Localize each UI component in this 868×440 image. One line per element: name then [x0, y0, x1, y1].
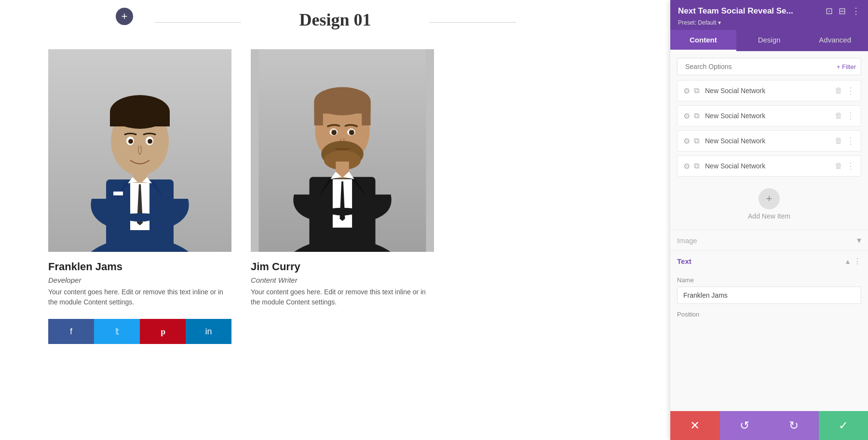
svg-rect-30: [314, 101, 323, 125]
tab-advanced[interactable]: Advanced: [802, 30, 868, 51]
card-1-info: Franklen Jams Developer Your content goe…: [48, 252, 231, 312]
svg-rect-8: [113, 192, 123, 195]
delete-icon-2[interactable]: 🗑: [835, 111, 842, 120]
list-item-actions-4: 🗑 ⋮: [835, 161, 855, 171]
card-1-role: Developer: [48, 276, 231, 284]
delete-icon-1[interactable]: 🗑: [835, 86, 842, 95]
more-icon[interactable]: ⋮: [852, 6, 860, 16]
delete-icon-3[interactable]: 🗑: [835, 137, 842, 145]
svg-point-15: [148, 139, 152, 144]
person-1-svg: [48, 49, 231, 252]
form-area: Name Position: [670, 272, 868, 326]
card-2-info: Jim Curry Content Writer Your content go…: [251, 252, 434, 312]
settings-icon-1[interactable]: ⚙: [683, 86, 690, 96]
svg-point-34: [331, 130, 337, 135]
more-icon-2[interactable]: ⋮: [846, 110, 855, 121]
settings-icon-4[interactable]: ⚙: [683, 162, 690, 171]
cancel-button[interactable]: ✕: [670, 411, 720, 440]
redo-button[interactable]: ↻: [769, 411, 819, 440]
list-item-label-2: New Social Network: [705, 112, 835, 120]
name-input[interactable]: [677, 287, 861, 304]
search-input[interactable]: [682, 58, 837, 75]
card-1-image: [48, 49, 231, 252]
right-panel: Next Team Social Reveal Se... ⊡ ⊟ ⋮ Pres…: [670, 0, 868, 440]
list-item-label-3: New Social Network: [705, 137, 835, 145]
list-item-icons-1: ⚙ ⧉: [683, 86, 699, 96]
linkedin-button[interactable]: in: [186, 319, 231, 344]
canvas-title: Design 01: [0, 0, 670, 44]
items-list: ⚙ ⧉ New Social Network 🗑 ⋮ ⚙ ⧉ New Socia…: [670, 80, 868, 177]
duplicate-icon-2[interactable]: ⧉: [694, 111, 699, 121]
pinterest-button[interactable]: 𝐩: [140, 319, 186, 344]
svg-point-14: [128, 139, 133, 144]
card-2-image: [251, 49, 434, 252]
tab-content[interactable]: Content: [670, 30, 736, 51]
list-item-label-1: New Social Network: [705, 87, 835, 95]
more-icon-4[interactable]: ⋮: [846, 161, 855, 171]
list-item-actions-2: 🗑 ⋮: [835, 110, 855, 121]
panel-preset[interactable]: Preset: Default ▾: [678, 19, 860, 30]
canvas-area: + Design 01: [0, 0, 670, 440]
panel-tabs: Content Design Advanced: [670, 30, 868, 51]
list-item: ⚙ ⧉ New Social Network 🗑 ⋮: [677, 130, 861, 151]
text-more-icon[interactable]: ⋮: [854, 257, 861, 266]
panel-title: Next Team Social Reveal Se...: [678, 6, 826, 16]
layout-icon[interactable]: ⊟: [839, 6, 846, 16]
text-section: Text ▴ ⋮ Name Position: [670, 250, 868, 326]
panel-body: + Filter ⚙ ⧉ New Social Network 🗑 ⋮ ⚙ ⧉: [670, 51, 868, 440]
card-2-name: Jim Curry: [251, 261, 434, 273]
panel-header: Next Team Social Reveal Se... ⊡ ⊟ ⋮ Pres…: [670, 0, 868, 30]
position-field-label: Position: [677, 311, 861, 318]
svg-rect-31: [362, 101, 370, 125]
filter-button[interactable]: + Filter: [837, 63, 856, 70]
add-circle-button[interactable]: +: [116, 8, 133, 25]
add-new-label: Add New Item: [748, 212, 790, 220]
twitter-button[interactable]: 𝕥: [94, 319, 140, 344]
team-cards: Franklen Jams Developer Your content goe…: [0, 49, 670, 344]
card-1-social-bar: f 𝕥 𝐩 in: [48, 319, 231, 344]
duplicate-icon-4[interactable]: ⧉: [694, 162, 699, 171]
svg-point-35: [349, 130, 354, 135]
action-bar: ✕ ↺ ↻ ✓: [670, 411, 868, 440]
confirm-button[interactable]: ✓: [819, 411, 868, 440]
duplicate-icon-1[interactable]: ⧉: [694, 86, 699, 96]
list-item-label-4: New Social Network: [705, 162, 835, 170]
image-section-header[interactable]: Image ▾: [670, 230, 868, 250]
facebook-button[interactable]: f: [48, 319, 94, 344]
list-item-icons-4: ⚙ ⧉: [683, 162, 699, 171]
fullscreen-icon[interactable]: ⊡: [826, 6, 833, 16]
text-section-header[interactable]: Text ▴ ⋮: [670, 251, 868, 272]
text-section-icons: ▴ ⋮: [846, 257, 861, 266]
more-icon-3[interactable]: ⋮: [846, 136, 855, 146]
list-item-actions-1: 🗑 ⋮: [835, 85, 855, 96]
add-new-item-button[interactable]: + Add New Item: [670, 180, 868, 230]
undo-button[interactable]: ↺: [720, 411, 770, 440]
list-item: ⚙ ⧉ New Social Network 🗑 ⋮: [677, 155, 861, 177]
settings-icon-2[interactable]: ⚙: [683, 111, 690, 121]
list-item: ⚙ ⧉ New Social Network 🗑 ⋮: [677, 80, 861, 101]
text-collapse-icon[interactable]: ▴: [846, 257, 850, 266]
tab-design[interactable]: Design: [736, 30, 802, 51]
team-card-1: Franklen Jams Developer Your content goe…: [48, 49, 231, 344]
card-2-role: Content Writer: [251, 276, 434, 284]
add-new-circle-icon: +: [759, 188, 780, 209]
svg-rect-11: [110, 112, 170, 126]
person-2-svg: [251, 49, 434, 252]
image-section-label: Image: [677, 236, 857, 245]
card-2-desc: Your content goes here. Edit or remove t…: [251, 287, 434, 307]
panel-header-icons: ⊡ ⊟ ⋮: [826, 6, 860, 16]
team-card-2: Jim Curry Content Writer Your content go…: [251, 49, 434, 344]
search-bar: + Filter: [677, 58, 861, 75]
card-1-name: Franklen Jams: [48, 261, 231, 273]
more-icon-1[interactable]: ⋮: [846, 85, 855, 96]
image-chevron-down-icon: ▾: [857, 235, 861, 246]
settings-icon-3[interactable]: ⚙: [683, 137, 690, 146]
list-item: ⚙ ⧉ New Social Network 🗑 ⋮: [677, 105, 861, 126]
delete-icon-4[interactable]: 🗑: [835, 162, 842, 170]
duplicate-icon-3[interactable]: ⧉: [694, 137, 699, 146]
list-item-actions-3: 🗑 ⋮: [835, 136, 855, 146]
text-section-label: Text: [677, 257, 846, 265]
list-item-icons-2: ⚙ ⧉: [683, 111, 699, 121]
card-1-desc: Your content goes here. Edit or remove t…: [48, 287, 231, 307]
name-field-label: Name: [677, 276, 861, 284]
